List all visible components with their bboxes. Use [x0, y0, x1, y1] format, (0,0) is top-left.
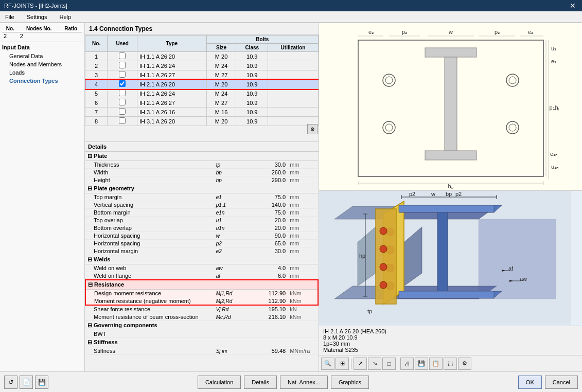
toolbar-btn-print[interactable]: 🖨: [400, 358, 414, 370]
used-checkbox[interactable]: [119, 99, 126, 105]
svg-text:hₚ: hₚ: [555, 104, 559, 111]
toolbar-btn-select[interactable]: ⬚: [444, 358, 457, 370]
3d-view-svg: bp p2 w p2 af aw: [319, 191, 571, 325]
svg-rect-19: [425, 151, 477, 160]
table-row[interactable]: 1IH 1.1 A 26 20M 2010.9: [85, 52, 319, 61]
btn-back[interactable]: ↺: [4, 376, 17, 389]
title-bar-title: RF-JOINTS - [IH2-Joints]: [4, 3, 67, 9]
ok-button[interactable]: OK: [518, 376, 542, 389]
details-row: Widthbp260.0mm: [85, 169, 318, 176]
details-row: Horizontal spacingw90.0mm: [85, 232, 318, 240]
details-group-header[interactable]: ⊟ Welds: [85, 255, 318, 264]
front-view-svg: e₂ p₂ w p₂ e₂ e₁ p₁,₁ e₁ₙ u₁: [343, 25, 559, 189]
used-checkbox[interactable]: [119, 117, 126, 124]
used-checkbox[interactable]: [119, 62, 126, 68]
used-checkbox[interactable]: [119, 52, 126, 59]
sidebar-item-nodes-members[interactable]: Nodes and Members: [2, 60, 82, 68]
details-row: Top overlapu120.0mm: [85, 217, 318, 224]
used-checkbox[interactable]: [119, 108, 126, 115]
svg-rect-18: [425, 48, 477, 57]
bottom-right: OK Cancel: [518, 376, 578, 389]
table-row[interactable]: 2IH 1.1 A 26 24M 2410.9: [85, 61, 319, 70]
left-panel: No. Nodes No. Ratio 2 2 Input Data Gener…: [0, 23, 85, 371]
table-row[interactable]: 3IH 1.1 A 26 27M 2710.9: [85, 70, 319, 80]
details-row: Shear force resistanceVj,Rd195.10kN: [85, 305, 318, 313]
diagram-toolbar: 🔍 ⊞ ↗ ↘ □ 🖨 💾 📋 ⬚ ⚙: [319, 355, 582, 371]
tree-header: Input Data: [2, 44, 82, 50]
details-group-header[interactable]: ⊟ Governing components: [85, 321, 318, 330]
sidebar-item-connection-types[interactable]: Connection Types: [2, 77, 82, 85]
table-row[interactable]: 8IH 3.1 A 26 20M 2010.9: [85, 117, 319, 126]
btn-save[interactable]: 💾: [35, 376, 48, 389]
details-row: Top margine175.0mm: [85, 193, 318, 201]
info-line2: 8 x M 20 10.9: [323, 334, 578, 341]
info-line1: IH 2.1 A 26 20 (HEA 260): [323, 328, 578, 334]
connection-types-section: 1.4 Connection Types No. Used Type Bolts: [85, 23, 319, 141]
toolbar-btn-rotate1[interactable]: ↗: [354, 358, 367, 370]
table-row[interactable]: 4IH 2.1 A 26 20M 2010.9: [85, 80, 319, 89]
btn-doc[interactable]: 📄: [20, 376, 33, 389]
svg-text:hp: hp: [359, 253, 365, 259]
cancel-button[interactable]: Cancel: [545, 376, 578, 389]
svg-point-52: [380, 281, 387, 289]
details-button[interactable]: Details: [244, 376, 277, 389]
used-checkbox[interactable]: [119, 90, 126, 96]
th-bolts: Bolts: [206, 35, 318, 44]
nat-annex-button[interactable]: Nat. Annex...: [280, 376, 328, 389]
close-button[interactable]: ✕: [568, 2, 578, 10]
svg-text:u₁: u₁: [551, 45, 556, 51]
menu-help[interactable]: Help: [56, 13, 74, 21]
sidebar-item-loads[interactable]: Loads: [2, 68, 82, 77]
graphics-button[interactable]: Graphics: [331, 376, 369, 389]
table-row[interactable]: 6IH 2.1 A 26 27M 2710.9: [85, 98, 319, 108]
svg-point-50: [380, 245, 387, 253]
table-row[interactable]: 2 2: [2, 32, 82, 40]
table-settings-icon[interactable]: ⚙: [307, 124, 318, 134]
menu-bar: File Settings Help: [0, 11, 582, 23]
toolbar-btn-copy[interactable]: 📋: [429, 358, 443, 370]
details-row: Vertical spacingp1,1140.0mm: [85, 201, 318, 209]
table-row[interactable]: 7IH 3.1 A 26 16M 1610.9: [85, 108, 319, 117]
svg-text:tp: tp: [367, 308, 372, 314]
details-row: BWT: [85, 330, 318, 338]
svg-text:p2: p2: [455, 191, 462, 197]
3d-view: bp p2 w p2 af aw: [319, 191, 582, 326]
menu-file[interactable]: File: [2, 13, 17, 21]
th-used: Used: [108, 35, 137, 52]
bottom-left: ↺ 📄 💾: [4, 376, 48, 389]
details-row: Weld on webaw4.0mm: [85, 264, 318, 272]
toolbar-btn-save[interactable]: 💾: [415, 358, 428, 370]
svg-text:aw: aw: [520, 276, 527, 282]
svg-text:u₁ₙ: u₁ₙ: [551, 164, 558, 170]
sidebar-item-general-data[interactable]: General Data: [2, 52, 82, 60]
details-row: Bottom margine1n75.0mm: [85, 209, 318, 217]
details-group-header[interactable]: ⊟ Plate geometry: [85, 184, 318, 193]
details-group-header[interactable]: ⊟ Resistance: [85, 280, 318, 290]
info-line3: 1p=30 mm: [323, 341, 578, 347]
title-bar: RF-JOINTS - [IH2-Joints] ✕: [0, 0, 582, 11]
calculation-button[interactable]: Calculation: [198, 376, 241, 389]
details-row: Weld on flangeaf6.0mm: [85, 272, 318, 280]
details-group-header[interactable]: ⊟ Plate: [85, 152, 318, 161]
menu-settings[interactable]: Settings: [24, 13, 50, 21]
toolbar-btn-zoom[interactable]: 🔍: [321, 358, 334, 370]
col-nodes: Nodes No.: [19, 25, 60, 32]
svg-marker-48: [376, 209, 396, 304]
th-size: Size: [206, 44, 236, 52]
toolbar-btn-view1[interactable]: □: [382, 358, 396, 370]
svg-text:e₂: e₂: [368, 29, 373, 35]
used-checkbox[interactable]: [119, 80, 126, 87]
toolbar-btn-fit[interactable]: ⊞: [336, 358, 349, 370]
svg-text:w: w: [431, 191, 435, 197]
used-checkbox[interactable]: [119, 71, 126, 78]
details-table: ⊟ PlateThicknesstp30.0mmWidthbp260.0mmHe…: [85, 152, 319, 355]
details-group-header[interactable]: ⊟ Stiffness: [85, 338, 318, 347]
toolbar-btn-rotate2[interactable]: ↘: [368, 358, 381, 370]
3d-diagram: bp p2 w p2 af aw: [319, 191, 582, 371]
th-utilization: Utilization: [268, 44, 319, 52]
details-row: Design moment resistanceMj1,Rd112.90kNm: [85, 290, 318, 297]
main-container: No. Nodes No. Ratio 2 2 Input Data Gener…: [0, 23, 582, 371]
svg-text:p₂: p₂: [401, 29, 407, 35]
toolbar-btn-settings[interactable]: ⚙: [458, 358, 471, 370]
table-row[interactable]: 5IH 2.1 A 26 24M 2410.9: [85, 89, 319, 98]
